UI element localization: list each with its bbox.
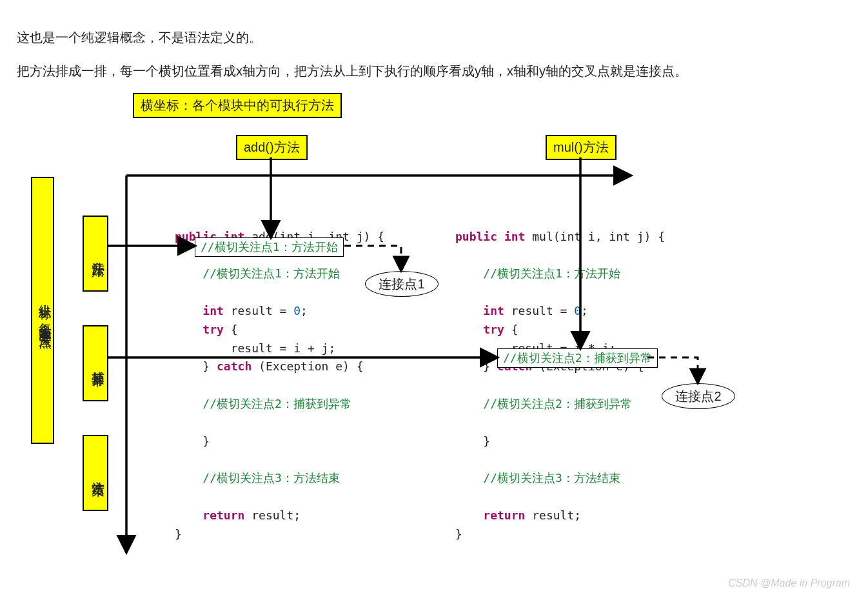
kw-public: public int	[455, 230, 532, 243]
comment-c3: //横切关注点3：方法结束	[202, 471, 340, 485]
code-block-add: public int add(int i, int j) { //横切关注点1：…	[175, 209, 384, 543]
y-axis-title: 纵坐标：每个方法中的各个关注点	[31, 177, 54, 444]
comment-c1: //横切关注点1：方法开始	[483, 266, 620, 280]
row-label-catch: 捕获异常	[83, 325, 108, 401]
comment-c3: //横切关注点3：方法结束	[483, 471, 620, 485]
row-label-method-start: 方法开始	[83, 216, 108, 292]
focus-box-2: //横切关注点2：捕获到异常	[497, 348, 658, 368]
joinpoint-1: 连接点1	[365, 271, 439, 297]
column-header-mul: mul()方法	[546, 135, 616, 160]
comment-c2: //横切关注点2：捕获到异常	[455, 397, 632, 410]
comment-c1: //横切关注点1：方法开始	[202, 266, 340, 280]
watermark: CSDN @Made in Program	[728, 577, 850, 585]
column-header-add: add()方法	[236, 135, 308, 160]
row-label-method-end: 方法结束	[83, 435, 108, 511]
joinpoint-diagram: 横坐标：各个模块中的可执行方法 add()方法 mul()方法 纵坐标：每个方法…	[23, 93, 771, 570]
joinpoint-2: 连接点2	[662, 383, 735, 409]
intro-paragraph-2: 把方法排成一排，每一个横切位置看成x轴方向，把方法从上到下执行的顺序看成y轴，x…	[17, 61, 851, 81]
code-block-mul: public int mul(int i, int j) { //横切关注点1：…	[455, 209, 665, 543]
comment-c2: //横切关注点2：捕获到异常	[175, 397, 351, 410]
fn-name: mul	[532, 230, 553, 243]
focus-box-1: //横切关注点1：方法开始	[195, 237, 344, 257]
x-axis-title: 横坐标：各个模块中的可执行方法	[133, 93, 342, 118]
line: result = i + j;	[175, 341, 335, 355]
fn-params: (int i, int j) {	[553, 230, 665, 243]
intro-paragraph-1: 这也是一个纯逻辑概念，不是语法定义的。	[17, 27, 851, 48]
